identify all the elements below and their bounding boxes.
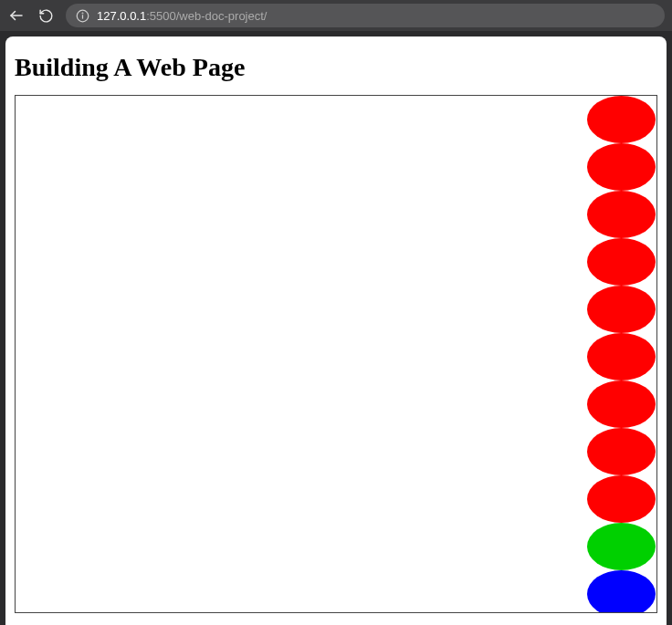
back-button[interactable] [7,6,26,25]
oval-red [587,238,656,286]
info-icon [75,8,89,23]
address-bar[interactable]: 127.0.0.1:5500/web-doc-project/ [66,4,665,27]
url-text: 127.0.0.1:5500/web-doc-project/ [97,9,267,23]
oval-red [587,96,656,143]
page-title: Building A Web Page [15,53,657,82]
oval-red [587,380,656,428]
page-body: Building A Web Page [5,36,667,625]
reload-button[interactable] [37,6,55,25]
oval-red [587,286,656,333]
oval-red [587,475,656,523]
shape-container [15,95,657,613]
oval-red [587,428,656,475]
browser-toolbar: 127.0.0.1:5500/web-doc-project/ [0,0,672,31]
oval-red [587,333,656,380]
oval-red [587,143,656,191]
viewport: Building A Web Page [0,31,672,625]
url-rest: :5500/web-doc-project/ [146,9,267,23]
oval-green [587,523,656,570]
oval-red [587,191,656,238]
oval-blue [587,570,656,613]
oval-column [587,96,656,613]
svg-point-3 [82,13,83,14]
url-host: 127.0.0.1 [97,9,146,23]
